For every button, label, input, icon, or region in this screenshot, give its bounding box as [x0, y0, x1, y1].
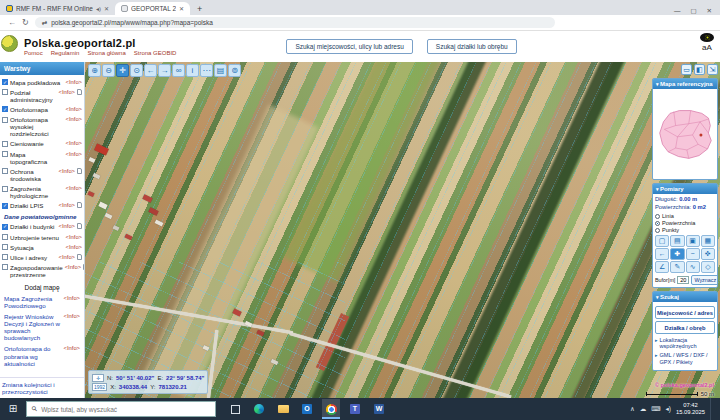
- info-link[interactable]: <Info>: [59, 202, 75, 208]
- measure-panel-header[interactable]: Pomiary: [653, 184, 717, 194]
- info-link[interactable]: <Info>: [66, 244, 82, 250]
- radio-points[interactable]: Punkty: [655, 227, 679, 233]
- layer-checkbox[interactable]: [2, 106, 8, 112]
- zoom-out-icon[interactable]: ⊖: [102, 64, 115, 77]
- draw-line-icon[interactable]: ✎: [670, 261, 684, 273]
- refresh-icon[interactable]: ↻: [22, 18, 29, 27]
- aerial-map[interactable]: ⊕ ⊖ ✛ ⊙ ← → ∞ i ⋯ ▤ ⊚ ✛ N:50° 51' 40.02"…: [85, 62, 720, 398]
- document-icon[interactable]: [77, 168, 82, 174]
- tab-geoportal[interactable]: GEOPORTAL 2 ✕: [115, 2, 190, 15]
- keyboard-icon[interactable]: ⌨: [651, 405, 660, 413]
- info-icon[interactable]: i: [186, 64, 199, 77]
- tray-chevron-icon[interactable]: ∧: [630, 405, 635, 413]
- gml-export-link[interactable]: GML / WFS / DXF / GPX / Pikiety: [655, 352, 715, 365]
- link-strona-glowna[interactable]: Strona główna: [87, 50, 125, 56]
- tab-rmf[interactable]: RMF FM - RMF FM Online ◂) ✕: [0, 2, 115, 15]
- outlook-button[interactable]: O: [298, 399, 316, 419]
- info-link[interactable]: <Info>: [66, 234, 82, 240]
- layer-checkbox[interactable]: [2, 264, 8, 270]
- layer-checkbox[interactable]: [2, 151, 8, 157]
- font-size-toggle[interactable]: aA: [700, 43, 714, 52]
- document-icon[interactable]: [77, 202, 82, 208]
- explorer-button[interactable]: [274, 399, 292, 419]
- search-panel-header[interactable]: Szukaj: [653, 292, 717, 302]
- info-link[interactable]: <Info>: [59, 254, 75, 260]
- measure-icon[interactable]: ⋯: [200, 64, 213, 77]
- info-link[interactable]: <Info>: [59, 89, 75, 95]
- info-link[interactable]: <Info>: [64, 295, 80, 301]
- back-icon[interactable]: ←: [8, 18, 16, 27]
- angle-measure-icon[interactable]: ∠: [655, 261, 669, 273]
- layer-checkbox[interactable]: [2, 254, 8, 260]
- reference-map-header[interactable]: Mapa referencyjna: [653, 79, 717, 89]
- layer-checkbox[interactable]: [2, 203, 8, 209]
- coordinates-locate-link[interactable]: Lokalizacja współrzędnych: [655, 337, 715, 350]
- info-link[interactable]: <Info>: [66, 116, 82, 122]
- link-regulamin[interactable]: Regulamin: [51, 50, 80, 56]
- search-address-button[interactable]: Szukaj miejscowości, ulicy lub adresu: [286, 39, 412, 54]
- info-link[interactable]: <Info>: [59, 168, 75, 174]
- info-link[interactable]: <Info>: [66, 106, 82, 112]
- buffer-button[interactable]: Wyznacz: [691, 275, 718, 285]
- radio-area[interactable]: Powierzchnia: [655, 220, 695, 226]
- site-settings-icon[interactable]: ⇄: [42, 19, 47, 27]
- zoom-in-icon[interactable]: ⊕: [88, 64, 101, 77]
- remove-point-icon[interactable]: −: [686, 248, 700, 260]
- layer-order-link[interactable]: Zmiana kolejności i przezroczystości: [0, 377, 84, 398]
- info-link[interactable]: <Info>: [66, 79, 82, 85]
- document-icon[interactable]: [77, 254, 82, 260]
- panel-collapse-icon[interactable]: ▭: [681, 64, 692, 75]
- radio-line[interactable]: Linia: [655, 213, 674, 219]
- notification-area[interactable]: [710, 398, 718, 420]
- open-measure-icon[interactable]: ▤: [670, 235, 684, 247]
- close-icon[interactable]: ✕: [707, 7, 712, 15]
- document-icon[interactable]: [77, 89, 82, 95]
- undo-point-icon[interactable]: ←: [655, 248, 669, 260]
- layer-checkbox[interactable]: [2, 117, 8, 123]
- profile-icon[interactable]: ∿: [686, 261, 700, 273]
- layer-checkbox[interactable]: [2, 186, 8, 192]
- tab-close-icon[interactable]: ✕: [104, 5, 109, 12]
- link-pomoc[interactable]: Pomoc: [24, 50, 43, 56]
- chrome-button[interactable]: [322, 399, 340, 419]
- task-view-button[interactable]: [226, 399, 244, 419]
- print-icon[interactable]: ▤: [214, 64, 227, 77]
- info-link[interactable]: <Info>: [66, 140, 82, 146]
- layer-checkbox[interactable]: [2, 224, 8, 230]
- word-button[interactable]: W: [370, 399, 388, 419]
- layer-checkbox[interactable]: [2, 79, 8, 85]
- taskbar-search[interactable]: ⚲: [26, 401, 216, 417]
- delete-measure-icon[interactable]: ▦: [701, 235, 715, 247]
- info-link[interactable]: <Info>: [64, 313, 80, 319]
- layer-checkbox[interactable]: [2, 168, 8, 174]
- address-bar[interactable]: ⇄ polska.geoportal2.pl/map/www/mapa.php?…: [35, 17, 555, 28]
- save-measure-icon[interactable]: ▣: [686, 235, 700, 247]
- layer-checkbox[interactable]: [2, 89, 8, 95]
- document-icon[interactable]: [77, 223, 82, 229]
- taskbar-clock[interactable]: 07:42 15.09.2025: [676, 402, 705, 416]
- new-measure-icon[interactable]: ▢: [655, 235, 669, 247]
- add-point-icon[interactable]: ✚: [670, 248, 684, 260]
- panel-expand-icon[interactable]: ⇲: [707, 64, 718, 75]
- info-link[interactable]: <Info>: [59, 223, 75, 229]
- contrast-eye-icon[interactable]: [700, 33, 714, 42]
- info-link[interactable]: <Info>: [64, 345, 80, 351]
- previous-view-icon[interactable]: ←: [144, 64, 157, 77]
- link-icon[interactable]: ∞: [172, 64, 185, 77]
- info-link[interactable]: <Info>: [65, 264, 81, 270]
- maximize-icon[interactable]: ▢: [690, 7, 696, 15]
- search-parcel-button[interactable]: Szukaj działki lub obrębu: [427, 39, 517, 54]
- crosshair-toggle[interactable]: ✛: [92, 374, 104, 382]
- start-button[interactable]: ⊞: [0, 398, 26, 420]
- new-tab-button[interactable]: +: [190, 4, 209, 15]
- teams-button[interactable]: T: [346, 399, 364, 419]
- pan-icon[interactable]: ✛: [116, 64, 129, 77]
- zoom-window-icon[interactable]: ⊙: [130, 64, 143, 77]
- poland-reference-map[interactable]: [655, 91, 715, 177]
- search-parcel-panel-button[interactable]: Działka / obręb: [655, 321, 715, 334]
- view-3d-icon[interactable]: ◇: [701, 261, 715, 273]
- tab-close-icon[interactable]: ✕: [179, 5, 184, 12]
- info-link[interactable]: <Info>: [66, 185, 82, 191]
- volume-icon[interactable]: ◂): [666, 405, 671, 413]
- layer-checkbox[interactable]: [2, 244, 8, 250]
